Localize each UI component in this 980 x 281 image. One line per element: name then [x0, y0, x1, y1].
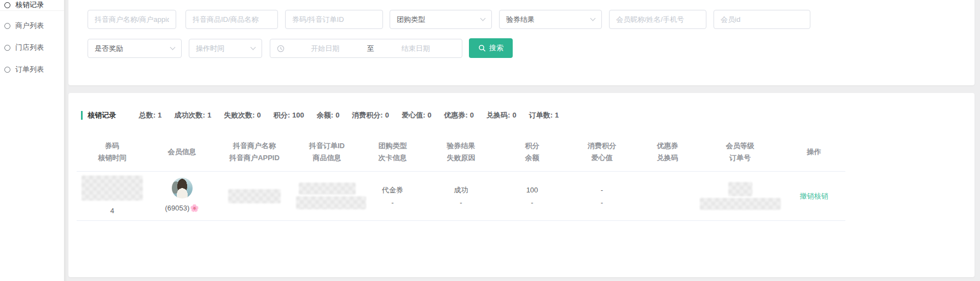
redacted-product-info: [296, 196, 366, 209]
sidebar-item-store-list[interactable]: 门店列表: [0, 39, 64, 56]
stat-points: 积分:100: [274, 110, 304, 120]
verify-result-value: 成功: [454, 184, 468, 196]
redacted-coupon-code: [82, 175, 143, 201]
redacted-order-number: [700, 198, 781, 210]
member-id-input[interactable]: [714, 10, 810, 29]
sidebar-item-label: 门店列表: [15, 43, 44, 52]
operation-time-placeholder: 操作时间: [196, 44, 224, 54]
stat-redeem-codes: 兑换码:0: [486, 110, 517, 120]
member-avatar[interactable]: [172, 178, 193, 198]
panel-title: 核销记录: [88, 110, 116, 120]
cell-coupon-code: 4: [77, 172, 148, 220]
cell-verify-result: 成功 -: [424, 172, 498, 220]
balance-value: -: [531, 196, 533, 209]
cell-member-level: [698, 172, 782, 220]
cell-order-id: [293, 172, 361, 220]
coupon-code-input[interactable]: [285, 10, 383, 29]
col-header-coupons: 优惠券兑换码: [637, 138, 698, 166]
chevron-down-icon: [170, 45, 176, 50]
member-nickname-input[interactable]: [609, 10, 706, 29]
redacted-member-level: [728, 182, 752, 196]
search-icon: [478, 44, 486, 52]
table-row: 4 (69053) 🌸 代金券 - 成功 -: [77, 172, 845, 221]
stat-consume-points: 消费积分:0: [352, 110, 389, 120]
col-header-group-type: 团购类型次卡信息: [361, 138, 424, 166]
product-id-input[interactable]: [185, 10, 278, 29]
cell-actions: 撤销核销: [782, 172, 845, 220]
cell-consume-points: - -: [566, 172, 637, 220]
col-header-verify-result: 验券结果失败原因: [424, 138, 498, 166]
group-type-select-value: 团购类型: [397, 15, 425, 25]
col-header-member-level: 会员等级订单号: [698, 138, 782, 166]
consume-points-value: -: [601, 184, 603, 196]
sidebar-item-verification-records[interactable]: 核销记录: [0, 0, 64, 13]
verify-result-select[interactable]: 验券结果: [499, 10, 602, 29]
cell-member-info: (69053) 🌸: [148, 172, 216, 220]
stat-orders: 订单数:1: [529, 110, 559, 120]
col-header-coupon-code: 券码核销时间: [77, 138, 148, 166]
chevron-down-icon: [251, 45, 256, 50]
chevron-down-icon: [480, 16, 486, 21]
stat-fail-count: 失败次数:0: [224, 110, 261, 120]
redacted-order-id: [299, 183, 356, 195]
circle-icon: [4, 67, 10, 73]
clock-icon: [277, 45, 285, 52]
points-value: 100: [526, 184, 538, 196]
circle-icon: [4, 23, 10, 29]
stat-success-count: 成功次数:1: [175, 110, 212, 120]
col-header-points: 积分余额: [498, 138, 566, 166]
operation-time-select[interactable]: 操作时间: [189, 39, 262, 58]
circle-icon: [4, 2, 10, 8]
sidebar-divider: [0, 10, 64, 11]
sidebar-item-label: 核销记录: [15, 0, 44, 10]
stat-coupons: 优惠券:0: [444, 110, 474, 120]
search-button[interactable]: 搜索: [469, 38, 513, 58]
table-header-row: 券码核销时间 会员信息 抖音商户名称抖音商户APPID 抖音订单ID商品信息 团…: [77, 138, 845, 172]
group-type-value: 代金券: [382, 184, 403, 196]
redacted-merchant-name: [228, 189, 281, 203]
search-button-label: 搜索: [489, 43, 503, 53]
col-header-merchant: 抖音商户名称抖音商户APPID: [216, 138, 293, 166]
accent-bar: [81, 111, 83, 120]
coupon-count: 4: [110, 204, 114, 217]
cell-merchant: [216, 172, 293, 220]
card-info-value: -: [391, 196, 393, 209]
chevron-down-icon: [590, 16, 596, 21]
date-end-placeholder[interactable]: 结束日期: [376, 44, 456, 54]
stat-balance: 余额:0: [317, 110, 340, 120]
flower-badge-icon: 🌸: [190, 202, 199, 214]
stat-love-value: 爱心值:0: [402, 110, 432, 120]
cell-coupons: [637, 172, 698, 220]
revoke-verification-link[interactable]: 撤销核销: [800, 190, 828, 202]
records-table: 券码核销时间 会员信息 抖音商户名称抖音商户APPID 抖音订单ID商品信息 团…: [77, 138, 845, 221]
date-start-placeholder[interactable]: 开始日期: [286, 44, 365, 54]
member-id: (69053): [165, 202, 189, 214]
col-header-member-info: 会员信息: [148, 138, 216, 166]
filter-panel: 团购类型 验券结果 是否奖励 操作时间 开始日期 至 结束日期: [68, 0, 975, 85]
fail-reason-value: -: [460, 196, 462, 209]
date-range-separator: 至: [365, 44, 376, 54]
sidebar-scrollbar[interactable]: [64, 0, 67, 281]
col-header-actions: 操作: [782, 138, 845, 166]
col-header-consume-points: 消费积分爱心值: [566, 138, 637, 166]
summary-strip: 核销记录 总数:1 成功次数:1 失败次数:0 积分:100 余额:0 消费积分…: [81, 110, 571, 120]
records-panel: 核销记录 总数:1 成功次数:1 失败次数:0 积分:100 余额:0 消费积分…: [68, 93, 975, 277]
stat-total: 总数:1: [139, 110, 162, 120]
sidebar-item-label: 订单列表: [15, 65, 44, 74]
verify-result-select-value: 验券结果: [506, 15, 535, 25]
sidebar: 核销记录 商户列表 门店列表 订单列表: [0, 0, 64, 281]
sidebar-item-order-list[interactable]: 订单列表: [0, 61, 64, 78]
circle-icon: [4, 45, 10, 51]
merchant-name-input[interactable]: [88, 10, 176, 29]
love-value: -: [601, 196, 603, 209]
col-header-order-id: 抖音订单ID商品信息: [293, 138, 361, 166]
group-type-select[interactable]: 团购类型: [390, 10, 492, 29]
cell-points: 100 -: [498, 172, 566, 220]
cell-group-type: 代金券 -: [361, 172, 424, 220]
date-range-picker[interactable]: 开始日期 至 结束日期: [270, 39, 462, 58]
reward-select[interactable]: 是否奖励: [88, 39, 182, 58]
reward-select-value: 是否奖励: [95, 44, 123, 54]
sidebar-item-label: 商户列表: [15, 21, 44, 31]
sidebar-item-merchant-list[interactable]: 商户列表: [0, 17, 64, 34]
